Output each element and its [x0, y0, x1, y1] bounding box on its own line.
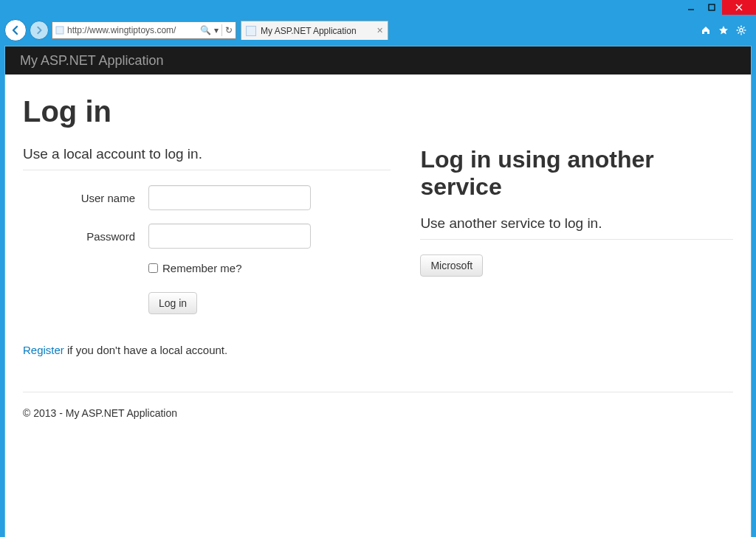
search-icon[interactable]: 🔍 — [200, 25, 211, 35]
tab-close-icon[interactable]: ✕ — [377, 26, 383, 35]
svg-point-5 — [740, 29, 743, 32]
tab-favicon — [246, 26, 256, 36]
page-footer: © 2013 - My ASP.NET Application — [23, 392, 733, 419]
footer-text: © 2013 - My ASP.NET Application — [23, 407, 177, 419]
username-input[interactable] — [148, 185, 311, 210]
svg-rect-4 — [56, 27, 63, 34]
forward-button[interactable] — [30, 21, 49, 40]
svg-line-12 — [743, 27, 745, 29]
password-input[interactable] — [148, 224, 311, 249]
window-close-button[interactable] — [722, 0, 756, 15]
remember-me-label: Remember me? — [162, 262, 242, 274]
address-bar[interactable]: 🔍 ▾ ↻ — [52, 21, 236, 39]
window-titlebar — [0, 0, 756, 16]
browser-toolbar: 🔍 ▾ ↻ My ASP.NET Application ✕ — [0, 16, 756, 46]
remember-me-checkbox[interactable] — [148, 263, 158, 273]
settings-gear-icon[interactable] — [735, 24, 747, 36]
svg-line-13 — [738, 32, 740, 34]
external-login-heading: Log in using another service — [420, 146, 733, 201]
separator — [221, 24, 222, 36]
site-brand[interactable]: My ASP.NET Application — [20, 53, 163, 69]
dropdown-icon[interactable]: ▾ — [214, 25, 219, 35]
site-navbar: My ASP.NET Application — [5, 46, 751, 75]
username-label: User name — [23, 192, 148, 204]
refresh-icon[interactable]: ↻ — [225, 25, 233, 35]
window-maximize-button[interactable] — [701, 0, 722, 15]
home-icon[interactable] — [700, 24, 712, 36]
provider-microsoft-button[interactable]: Microsoft — [420, 254, 483, 277]
svg-line-10 — [738, 27, 740, 29]
local-login-section: Use a local account to log in. User name… — [23, 146, 391, 356]
tab-title: My ASP.NET Application — [261, 26, 357, 36]
login-button[interactable]: Log in — [148, 292, 197, 314]
local-login-heading: Use a local account to log in. — [23, 146, 391, 170]
register-link[interactable]: Register — [23, 344, 64, 356]
site-icon — [52, 26, 67, 35]
external-login-subheading: Use another service to log in. — [420, 215, 733, 240]
url-input[interactable] — [67, 23, 197, 38]
register-prompt: Register if you don't have a local accou… — [23, 344, 391, 356]
register-suffix: if you don't have a local account. — [64, 344, 227, 356]
external-login-section: Log in using another service Use another… — [420, 146, 733, 356]
page-viewport: My ASP.NET Application Log in Use a loca… — [4, 46, 752, 537]
window-minimize-button[interactable] — [681, 0, 701, 15]
page-title: Log in — [23, 95, 733, 128]
favorites-icon[interactable] — [718, 24, 729, 36]
back-button[interactable] — [4, 19, 27, 41]
svg-line-11 — [743, 32, 745, 34]
browser-tab[interactable]: My ASP.NET Application ✕ — [241, 21, 388, 40]
password-label: Password — [23, 230, 148, 243]
svg-rect-1 — [709, 4, 715, 10]
